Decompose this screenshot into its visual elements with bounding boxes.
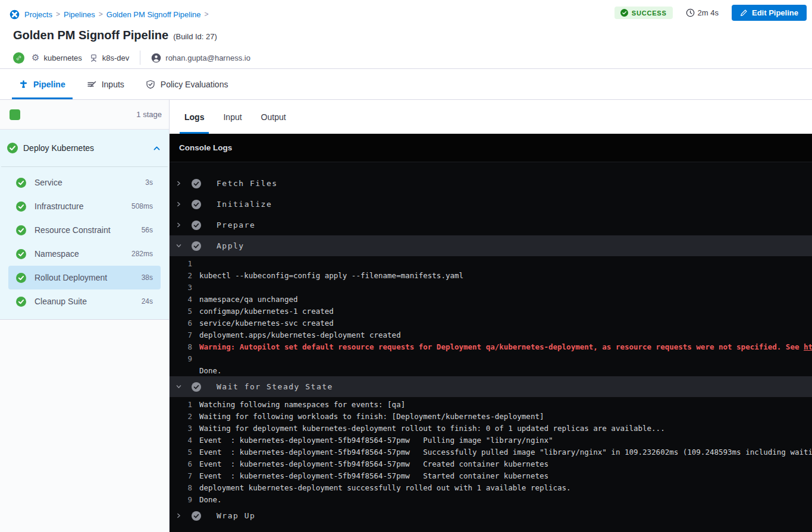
log-tab-label: Logs: [184, 112, 204, 122]
page-header: Projects > Pipelines > Golden PM Signoff…: [0, 0, 812, 68]
log-line-text: Event : kubernetes-deployment-5fb94f8564…: [199, 436, 553, 445]
log-lines-wait-for-steady-state: 1Watching following namespaces for event…: [170, 397, 812, 505]
log-line-text: Waiting for deployment kubernetes-deploy…: [199, 424, 665, 433]
log-line-number: 5: [170, 448, 192, 457]
log-line-text: namespace/qa unchanged: [199, 295, 298, 304]
sidebar-step-infrastructure[interactable]: Infrastructure508ms: [8, 194, 161, 218]
log-line-text: Event : kubernetes-deployment-5fb94f8564…: [199, 448, 812, 457]
sidebar-step-namespace[interactable]: Namespace282ms: [8, 242, 161, 266]
log-tab-label: Output: [261, 112, 286, 122]
breadcrumb-separator: >: [99, 10, 103, 18]
success-check-icon: [620, 9, 628, 17]
step-duration-label: 508ms: [131, 202, 153, 210]
section-title-label: Wait for Steady State: [217, 382, 333, 391]
log-line-number: 4: [170, 436, 192, 445]
section-title-label: Initialize: [217, 200, 272, 209]
log-section-fetch-files[interactable]: Fetch Files: [170, 173, 812, 194]
environment-name: k8s-dev: [102, 53, 130, 62]
log-line-text: deployment.apps/kubernetes-deployment cr…: [199, 330, 401, 339]
step-name-label: Service: [35, 178, 145, 187]
log-line: 1: [170, 257, 812, 269]
log-line-number: 6: [170, 459, 192, 468]
chevron-right-icon[interactable]: [175, 512, 182, 519]
log-tab-input[interactable]: Input: [218, 100, 246, 134]
sidebar-step-cleanup-suite[interactable]: Cleanup Suite24s: [8, 289, 161, 313]
breadcrumb-link-projects[interactable]: Projects: [24, 10, 52, 19]
stage-sidebar: 1 stage Deploy Kubernetes Service3sInfra…: [0, 100, 170, 532]
log-line-number: 1: [170, 400, 192, 409]
stage-name-label: Deploy Kubernetes: [23, 143, 153, 153]
chevron-right-icon[interactable]: [175, 180, 182, 187]
clock-icon: [686, 8, 695, 17]
section-success-check-icon: [192, 179, 201, 188]
log-line-number: 9: [170, 495, 192, 504]
chevron-right-icon[interactable]: [175, 201, 182, 207]
edit-pipeline-label: Edit Pipeline: [752, 8, 798, 17]
environment-meta[interactable]: k8s-dev: [89, 53, 130, 62]
log-line-number: 5: [170, 307, 192, 316]
console-body: Fetch FilesInitializePrepareApply12kubec…: [170, 162, 812, 532]
step-list: Service3sInfrastructure508msResource Con…: [0, 171, 169, 313]
edit-pipeline-button[interactable]: Edit Pipeline: [732, 5, 807, 21]
log-line-text: deployment kubernetes-deployment success…: [199, 483, 571, 492]
page-title: Golden PM Signoff Pipeline: [13, 29, 168, 42]
stage-success-check-icon: [7, 143, 18, 153]
section-success-check-icon: [192, 241, 201, 251]
breadcrumb-link-pipeline-name[interactable]: Golden PM Signoff Pipeline: [106, 10, 201, 19]
sidebar-step-rollout-deployment[interactable]: Rollout Deployment38s: [8, 266, 161, 289]
step-details-panel: LogsInputOutput Console Logs Fetch Files…: [170, 100, 812, 532]
tab-policy-evaluations[interactable]: Policy Evaluations: [139, 69, 236, 99]
log-line: 2kubectl --kubeconfig=config apply --fil…: [170, 269, 812, 281]
warning-link[interactable]: http://g: [804, 342, 812, 351]
log-tab-bar: LogsInputOutput: [170, 100, 812, 134]
chevron-down-icon[interactable]: [175, 383, 182, 390]
sidebar-step-resource-constraint[interactable]: Resource Constraint56s: [8, 218, 161, 242]
log-section-wrap-up[interactable]: Wrap Up: [170, 505, 812, 526]
log-line-number: 6: [170, 319, 192, 328]
harness-logo-icon: [10, 10, 20, 20]
status-badge-label: SUCCESS: [632, 10, 667, 17]
stage-summary-row: 1 stage: [0, 100, 169, 130]
log-line-text: Event : kubernetes-deployment-5fb94f8564…: [199, 471, 548, 480]
execution-meta-row: ⚙ kubernetes k8s-dev rohan.gupta@harness…: [13, 51, 802, 65]
chevron-up-icon[interactable]: [153, 144, 161, 152]
service-meta[interactable]: ⚙ kubernetes: [32, 53, 82, 62]
log-section-apply[interactable]: Apply: [170, 235, 812, 256]
tab-pipeline[interactable]: Pipeline: [12, 69, 73, 99]
log-tab-logs[interactable]: Logs: [180, 100, 209, 134]
log-line: 9Done.: [170, 493, 812, 505]
stage-header-deploy-kubernetes[interactable]: Deploy Kubernetes: [0, 130, 169, 166]
main-tab-bar: Pipeline Inputs Policy Evaluations: [0, 68, 812, 100]
log-tab-output[interactable]: Output: [256, 100, 291, 134]
section-success-check-icon: [192, 221, 201, 230]
log-section-wait-for-steady-state[interactable]: Wait for Steady State: [170, 376, 812, 397]
stage-card: Deploy Kubernetes Service3sInfrastructur…: [0, 130, 169, 320]
chevron-down-icon[interactable]: [175, 243, 182, 249]
service-link-icon: [13, 52, 24, 64]
execution-duration: 2m 4s: [686, 8, 719, 17]
user-avatar-icon: [151, 53, 161, 63]
log-line: 1Watching following namespaces for event…: [170, 398, 812, 410]
tab-policy-evaluations-label: Policy Evaluations: [161, 80, 228, 89]
duration-label: 2m 4s: [698, 8, 719, 17]
log-line: 4Event : kubernetes-deployment-5fb94f856…: [170, 434, 812, 446]
step-name-label: Namespace: [35, 249, 131, 259]
breadcrumb: Projects > Pipelines > Golden PM Signoff…: [10, 8, 802, 20]
log-line-number: 3: [170, 424, 192, 433]
section-success-check-icon: [192, 200, 201, 209]
breadcrumb-link-pipelines[interactable]: Pipelines: [64, 10, 95, 19]
log-line-text: Watching following namespaces for events…: [199, 400, 405, 409]
divider: [1, 166, 168, 167]
log-line-number: 8: [170, 342, 192, 351]
log-section-prepare[interactable]: Prepare: [170, 215, 812, 235]
log-line-number: 2: [170, 271, 192, 280]
log-section-initialize[interactable]: Initialize: [170, 194, 812, 215]
step-success-check-icon: [16, 297, 26, 307]
tab-pipeline-label: Pipeline: [33, 80, 65, 89]
status-badge: SUCCESS: [615, 7, 673, 19]
chevron-right-icon[interactable]: [175, 222, 182, 228]
sidebar-step-service[interactable]: Service3s: [8, 171, 161, 194]
step-success-check-icon: [16, 273, 26, 283]
tab-inputs[interactable]: Inputs: [80, 69, 131, 99]
step-duration-label: 24s: [142, 297, 153, 306]
